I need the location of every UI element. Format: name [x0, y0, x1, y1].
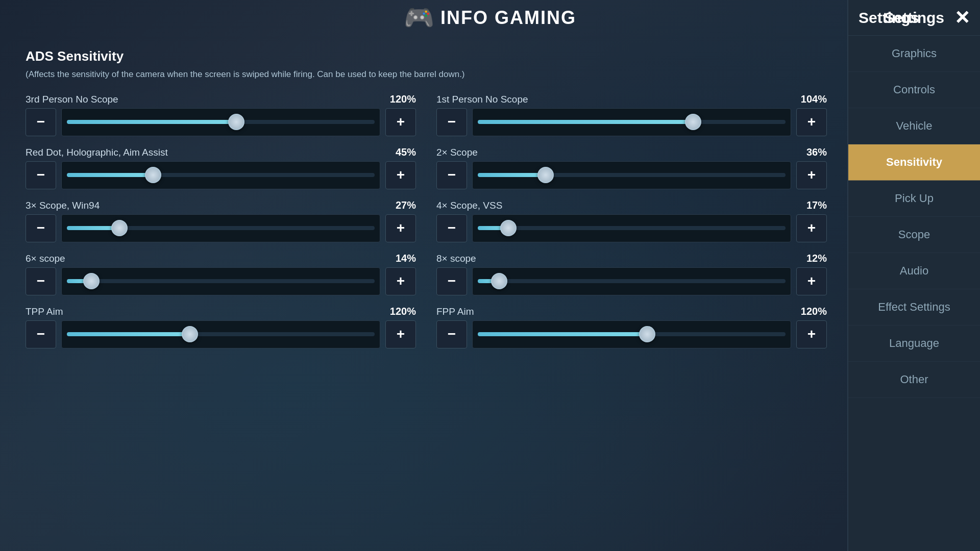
- slider-minus-1st-person-no-scope[interactable]: −: [436, 108, 467, 136]
- slider-plus-tpp-aim[interactable]: +: [385, 320, 416, 348]
- slider-thumb-fpp-aim[interactable]: [639, 326, 655, 342]
- slider-name-red-dot: Red Dot, Holographic, Aim Assist: [26, 147, 168, 158]
- slider-plus-red-dot[interactable]: +: [385, 161, 416, 189]
- sidebar-item-scope[interactable]: Scope: [848, 217, 980, 253]
- slider-value-fpp-aim: 120%: [801, 306, 827, 317]
- slider-minus-3rd-person-no-scope[interactable]: −: [26, 108, 56, 136]
- slider-track-container-1st-person-no-scope[interactable]: [472, 108, 791, 136]
- slider-value-3x-scope: 27%: [396, 199, 416, 211]
- slider-name-2x-scope: 2× Scope: [436, 147, 478, 158]
- slider-track-container-3x-scope[interactable]: [61, 214, 380, 242]
- slider-track-container-8x-scope[interactable]: [472, 267, 791, 295]
- slider-name-3rd-person-no-scope: 3rd Person No Scope: [26, 94, 118, 105]
- slider-track-container-2x-scope[interactable]: [472, 161, 791, 189]
- slider-value-8x-scope: 12%: [806, 253, 827, 264]
- slider-track-container-4x-scope[interactable]: [472, 214, 791, 242]
- slider-thumb-red-dot[interactable]: [145, 167, 161, 183]
- slider-row-4x-scope: − +: [436, 214, 827, 242]
- slider-row-3x-scope: − +: [26, 214, 416, 242]
- slider-name-4x-scope: 4× Scope, VSS: [436, 200, 502, 211]
- slider-plus-3rd-person-no-scope[interactable]: +: [385, 108, 416, 136]
- slider-value-red-dot: 45%: [396, 146, 416, 158]
- slider-plus-fpp-aim[interactable]: +: [796, 320, 827, 348]
- slider-track-4x-scope: [478, 226, 786, 230]
- slider-track-container-3rd-person-no-scope[interactable]: [61, 108, 380, 136]
- slider-thumb-4x-scope[interactable]: [500, 220, 517, 236]
- slider-minus-3x-scope[interactable]: −: [26, 214, 56, 242]
- sidebar-item-pickup[interactable]: Pick Up: [848, 181, 980, 217]
- slider-minus-4x-scope[interactable]: −: [436, 214, 467, 242]
- slider-minus-8x-scope[interactable]: −: [436, 267, 467, 295]
- close-button[interactable]: ✕: [954, 7, 970, 29]
- slider-row-6x-scope: − +: [26, 267, 416, 295]
- slider-track-red-dot: [67, 173, 375, 177]
- sidebar-item-vehicle[interactable]: Vehicle: [848, 108, 980, 144]
- slider-header-tpp-aim: TPP Aim 120%: [26, 306, 416, 317]
- slider-track-container-fpp-aim[interactable]: [472, 320, 791, 348]
- slider-name-fpp-aim: FPP Aim: [436, 306, 474, 317]
- slider-group-6x-scope: 6× scope 14% − +: [26, 253, 416, 295]
- slider-fill-tpp-aim: [67, 332, 190, 336]
- slider-fill-2x-scope: [478, 173, 546, 177]
- sliders-grid: 3rd Person No Scope 120% − + 1st Person …: [26, 93, 827, 348]
- header: 🎮 INFO GAMING Settings ✕: [0, 0, 980, 36]
- slider-thumb-3rd-person-no-scope[interactable]: [228, 114, 244, 130]
- slider-group-tpp-aim: TPP Aim 120% − +: [26, 306, 416, 348]
- sidebar-item-graphics[interactable]: Graphics: [848, 36, 980, 72]
- slider-value-2x-scope: 36%: [806, 146, 827, 158]
- slider-value-tpp-aim: 120%: [390, 306, 416, 317]
- sidebar-item-audio[interactable]: Audio: [848, 253, 980, 289]
- section-description: (Affects the sensitivity of the camera w…: [26, 68, 827, 81]
- brand-text: INFO GAMING: [440, 7, 576, 29]
- slider-track-container-6x-scope[interactable]: [61, 267, 380, 295]
- slider-minus-red-dot[interactable]: −: [26, 161, 56, 189]
- slider-thumb-6x-scope[interactable]: [83, 273, 100, 289]
- brand-container: 🎮 INFO GAMING: [404, 4, 576, 32]
- slider-row-tpp-aim: − +: [26, 320, 416, 348]
- slider-name-tpp-aim: TPP Aim: [26, 306, 63, 317]
- slider-value-6x-scope: 14%: [396, 253, 416, 264]
- slider-fill-3rd-person-no-scope: [67, 120, 236, 124]
- slider-plus-2x-scope[interactable]: +: [796, 161, 827, 189]
- slider-track-1st-person-no-scope: [478, 120, 786, 124]
- sidebar-items: GraphicsControlsVehicleSensitivityPick U…: [848, 36, 980, 398]
- slider-group-8x-scope: 8× scope 12% − +: [436, 253, 827, 295]
- slider-value-1st-person-no-scope: 104%: [801, 93, 827, 105]
- sidebar-item-language[interactable]: Language: [848, 325, 980, 362]
- slider-track-3rd-person-no-scope: [67, 120, 375, 124]
- slider-group-fpp-aim: FPP Aim 120% − +: [436, 306, 827, 348]
- slider-header-2x-scope: 2× Scope 36%: [436, 146, 827, 158]
- sidebar-item-controls[interactable]: Controls: [848, 72, 980, 108]
- slider-plus-1st-person-no-scope[interactable]: +: [796, 108, 827, 136]
- slider-minus-6x-scope[interactable]: −: [26, 267, 56, 295]
- slider-name-1st-person-no-scope: 1st Person No Scope: [436, 94, 528, 105]
- slider-track-container-tpp-aim[interactable]: [61, 320, 380, 348]
- slider-value-4x-scope: 17%: [806, 199, 827, 211]
- slider-thumb-2x-scope[interactable]: [537, 167, 554, 183]
- slider-plus-4x-scope[interactable]: +: [796, 214, 827, 242]
- slider-thumb-3x-scope[interactable]: [111, 220, 128, 236]
- slider-track-tpp-aim: [67, 332, 375, 336]
- slider-minus-fpp-aim[interactable]: −: [436, 320, 467, 348]
- slider-minus-2x-scope[interactable]: −: [436, 161, 467, 189]
- slider-group-1st-person-no-scope: 1st Person No Scope 104% − +: [436, 93, 827, 136]
- slider-minus-tpp-aim[interactable]: −: [26, 320, 56, 348]
- sidebar-item-effect-settings[interactable]: Effect Settings: [848, 289, 980, 325]
- slider-plus-3x-scope[interactable]: +: [385, 214, 416, 242]
- slider-plus-6x-scope[interactable]: +: [385, 267, 416, 295]
- slider-name-3x-scope: 3× Scope, Win94: [26, 200, 100, 211]
- slider-value-3rd-person-no-scope: 120%: [390, 93, 416, 105]
- slider-header-fpp-aim: FPP Aim 120%: [436, 306, 827, 317]
- slider-header-1st-person-no-scope: 1st Person No Scope 104%: [436, 93, 827, 105]
- slider-header-6x-scope: 6× scope 14%: [26, 253, 416, 264]
- slider-track-container-red-dot[interactable]: [61, 161, 380, 189]
- slider-thumb-tpp-aim[interactable]: [182, 326, 198, 342]
- slider-thumb-8x-scope[interactable]: [491, 273, 507, 289]
- slider-name-6x-scope: 6× scope: [26, 253, 65, 264]
- slider-row-8x-scope: − +: [436, 267, 827, 295]
- sidebar-item-sensitivity[interactable]: Sensitivity: [848, 144, 980, 181]
- slider-plus-8x-scope[interactable]: +: [796, 267, 827, 295]
- sidebar-item-other[interactable]: Other: [848, 362, 980, 398]
- slider-header-red-dot: Red Dot, Holographic, Aim Assist 45%: [26, 146, 416, 158]
- slider-thumb-1st-person-no-scope[interactable]: [685, 114, 701, 130]
